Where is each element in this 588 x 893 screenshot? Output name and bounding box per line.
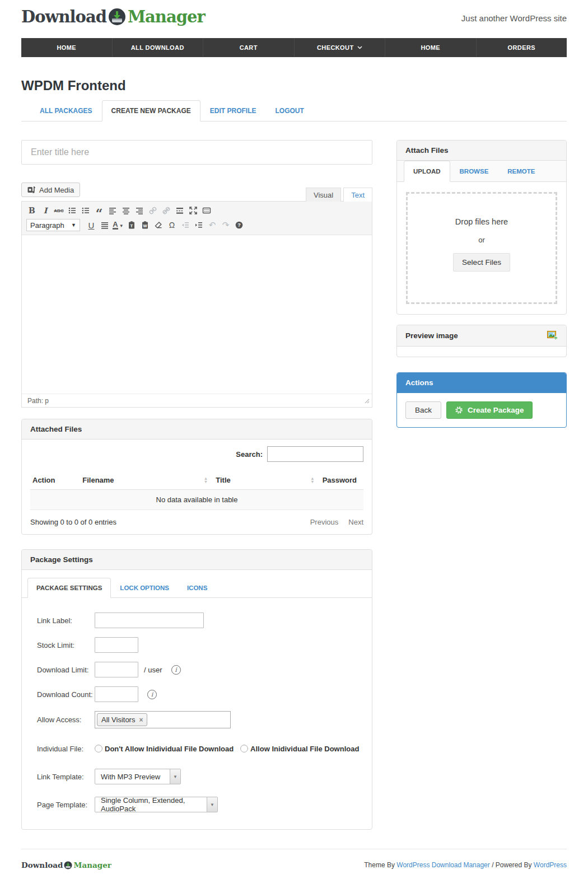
paste-from-word-icon[interactable]: W [138, 219, 152, 231]
indent-icon[interactable] [192, 219, 206, 231]
download-limit-input[interactable] [95, 662, 138, 677]
allow-access-label: Allow Access: [37, 716, 95, 724]
italic-icon[interactable]: I [39, 204, 52, 217]
site-logo[interactable]: Download Manager [21, 7, 205, 26]
paragraph-format-select[interactable]: Paragraph ▼ [26, 219, 80, 231]
align-center-icon[interactable] [119, 204, 133, 217]
outdent-icon[interactable] [179, 219, 192, 231]
theme-link[interactable]: WordPress Download Manager [396, 861, 490, 869]
link-template-select[interactable]: With MP3 Preview ▼ [95, 769, 181, 784]
nav-item-home-2[interactable]: HOME [385, 38, 477, 57]
column-filename[interactable]: Filename ▲▼ [80, 471, 213, 490]
sort-icon[interactable]: ▲▼ [204, 477, 208, 484]
files-search-input[interactable] [267, 446, 363, 462]
fullscreen-icon[interactable] [186, 204, 200, 217]
toolbar-row-2: Paragraph ▼ U A▼ T [25, 218, 368, 232]
tab-edit-profile[interactable]: EDIT PROFILE [200, 100, 266, 121]
content-editor: Add Media Visual Text B I ABC [21, 183, 372, 408]
text-tab[interactable]: Text [343, 188, 372, 202]
column-password[interactable]: Password [320, 471, 363, 490]
add-media-button[interactable]: Add Media [21, 183, 80, 197]
tab-browse[interactable]: BROWSE [450, 161, 498, 182]
remove-tag-icon[interactable]: × [139, 716, 143, 724]
tab-package-settings[interactable]: PACKAGE SETTINGS [27, 578, 111, 598]
underline-icon[interactable]: U [85, 219, 98, 231]
nav-item-cart[interactable]: CART [203, 38, 295, 57]
editor-path: Path: p [27, 397, 49, 405]
package-settings-heading: Package Settings [22, 550, 372, 570]
allow-radio-label[interactable]: Allow Inidividual File Download [250, 745, 359, 753]
bullet-list-icon[interactable] [66, 204, 79, 217]
tab-lock-options[interactable]: LOCK OPTIONS [111, 578, 178, 598]
link-icon[interactable] [146, 204, 160, 217]
strikethrough-icon[interactable]: ABC [52, 204, 66, 217]
attached-files-heading: Attached Files [22, 419, 372, 440]
toolbar-toggle-icon[interactable] [200, 204, 213, 217]
link-label-input[interactable] [95, 613, 204, 628]
site-header: Download Manager Just another WordPress … [21, 7, 567, 26]
visual-tab[interactable]: Visual [306, 188, 341, 202]
add-image-icon[interactable] [547, 331, 558, 340]
blockquote-icon[interactable]: “ [92, 204, 106, 217]
chevron-down-icon [357, 46, 362, 49]
redo-icon[interactable]: ↷ [219, 219, 232, 231]
page-template-label: Page Template: [37, 801, 95, 809]
attach-files-heading: Attach Files [397, 141, 566, 161]
footer-logo[interactable]: Download Manager [21, 861, 111, 869]
tab-icons[interactable]: ICONS [178, 578, 216, 598]
nav-item-checkout[interactable]: CHECKOUT [295, 38, 386, 57]
site-footer: Download Manager Theme By WordPress Down… [21, 849, 567, 886]
link-template-row: Link Template: With MP3 Preview ▼ [37, 769, 357, 784]
powered-by-link[interactable]: WordPress [534, 861, 567, 869]
nav-item-all-download[interactable]: ALL DOWNLOAD [113, 38, 204, 57]
allow-radio[interactable] [240, 745, 248, 752]
help-icon[interactable]: ? [232, 219, 246, 231]
tab-upload[interactable]: UPLOAD [404, 161, 450, 182]
tab-create-new-package[interactable]: CREATE NEW PACKAGE [102, 100, 200, 121]
numbered-list-icon[interactable] [79, 204, 92, 217]
stock-limit-input[interactable] [95, 637, 138, 653]
undo-icon[interactable]: ↶ [206, 219, 219, 231]
next-page-button[interactable]: Next [348, 518, 363, 526]
allow-access-multiselect[interactable]: All Visitors × [95, 711, 231, 728]
package-title-input[interactable] [21, 140, 372, 165]
back-button[interactable]: Back [405, 401, 441, 419]
align-left-icon[interactable] [106, 204, 119, 217]
nav-item-orders[interactable]: ORDERS [477, 38, 567, 57]
tab-logout[interactable]: LOGOUT [265, 100, 313, 121]
nav-item-home[interactable]: HOME [21, 38, 113, 57]
editor-content-area[interactable] [22, 235, 372, 394]
file-dropzone[interactable]: Drop files here or Select Files [406, 192, 557, 304]
main-column: Add Media Visual Text B I ABC [21, 140, 372, 830]
download-count-input[interactable] [95, 686, 138, 702]
info-icon[interactable]: i [147, 690, 157, 699]
text-color-icon[interactable]: A▼ [111, 219, 125, 231]
page-template-row: Page Template: Single Column, Extended, … [37, 797, 357, 812]
paste-as-text-icon[interactable]: T [125, 219, 138, 231]
align-right-icon[interactable] [133, 204, 146, 217]
individual-file-label: Individual File: [37, 745, 95, 753]
more-tag-icon[interactable] [173, 204, 186, 217]
special-character-icon[interactable]: Ω [165, 219, 179, 231]
info-icon[interactable]: i [171, 665, 181, 675]
tab-remote[interactable]: REMOTE [498, 161, 544, 182]
create-package-button[interactable]: Create Package [446, 401, 533, 419]
dont-allow-radio-label[interactable]: Don't Allow Inidividual File Download [105, 745, 234, 753]
align-justify-icon[interactable] [98, 219, 111, 231]
column-action[interactable]: Action [30, 471, 80, 490]
dont-allow-radio[interactable] [95, 745, 102, 752]
unlink-icon[interactable] [160, 204, 173, 217]
sort-icon[interactable]: ▲▼ [310, 477, 314, 484]
svg-text:T: T [130, 223, 133, 228]
select-caret-icon: ▼ [71, 222, 76, 228]
select-files-button[interactable]: Select Files [453, 253, 510, 272]
column-title[interactable]: Title ▲▼ [213, 471, 320, 490]
resize-handle[interactable] [363, 398, 370, 404]
previous-page-button[interactable]: Previous [310, 518, 339, 526]
svg-text:W: W [143, 223, 147, 228]
page-template-select[interactable]: Single Column, Extended, AudioPack ▼ [95, 797, 218, 812]
bold-icon[interactable]: B [25, 204, 39, 217]
link-template-label: Link Template: [37, 773, 95, 781]
tab-all-packages[interactable]: ALL PACKAGES [30, 100, 102, 121]
remove-formatting-icon[interactable] [152, 219, 165, 231]
